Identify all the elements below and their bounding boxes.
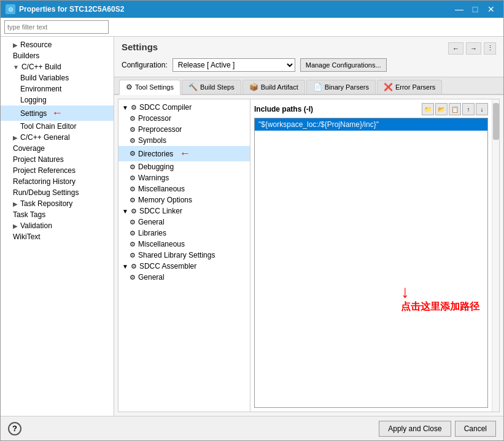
nav-back-button[interactable]: ← — [448, 42, 463, 55]
tree-item-processor[interactable]: ⚙ Processor — [118, 113, 250, 124]
tree-item-miscellaneous[interactable]: ⚙ Miscellaneous — [118, 183, 250, 194]
sidebar-item-label: Task Repository — [20, 199, 72, 208]
help-button[interactable]: ? — [8, 422, 21, 435]
nav-forward-button[interactable]: → — [466, 42, 481, 55]
maximize-button[interactable]: □ — [468, 3, 483, 15]
add-path-button[interactable]: 📁 — [422, 103, 434, 115]
tab-build-steps[interactable]: 🔨 Build Steps — [182, 80, 241, 94]
gear-icon: ⚙ — [131, 207, 137, 215]
sidebar-item-label: Coverage — [13, 144, 45, 153]
help-icon: ? — [12, 424, 17, 433]
sidebar-item-logging[interactable]: Logging — [1, 94, 114, 105]
tree-item-preprocessor[interactable]: ⚙ Preprocessor — [118, 124, 250, 135]
sidebar-item-wikitext[interactable]: WikiText — [1, 231, 114, 242]
move-down-button[interactable]: ↓ — [476, 103, 488, 115]
sidebar-item-validation[interactable]: ▶ Validation — [1, 220, 114, 231]
tree-item-debugging[interactable]: ⚙ Debugging — [118, 161, 250, 172]
expand-icon: ▶ — [13, 134, 18, 141]
tree-item-directories[interactable]: ⚙ Directories ← — [118, 146, 250, 161]
filter-bar — [1, 18, 503, 37]
sidebar-item-builders[interactable]: Builders — [1, 50, 114, 61]
include-title: Include paths (-I) — [254, 105, 313, 113]
sidebar-item-settings[interactable]: Settings ← — [1, 105, 114, 121]
add-workspace-button[interactable]: 📂 — [435, 103, 448, 115]
scrollbar[interactable] — [492, 99, 499, 412]
tab-error-parsers[interactable]: ❌ Error Parsers — [377, 80, 442, 94]
sidebar-item-refactoring-history[interactable]: Refactoring History — [1, 176, 114, 187]
sidebar-item-build-variables[interactable]: Build Variables — [1, 72, 114, 83]
title-bar-controls: — □ ✕ — [452, 3, 498, 15]
tree-item-libraries[interactable]: ⚙ Libraries — [118, 228, 250, 239]
tree-item-warnings[interactable]: ⚙ Warnings — [118, 172, 250, 183]
expand-icon: ▼ — [122, 263, 128, 270]
sidebar-item-tool-chain-editor[interactable]: Tool Chain Editor — [1, 121, 114, 132]
main-window: ⚙ Properties for STC12C5A60S2 — □ ✕ ▶ Re… — [0, 0, 504, 441]
tree-item-sdcc-compiler[interactable]: ▼ ⚙ SDCC Compiler — [118, 102, 250, 113]
sidebar-item-cpp-build[interactable]: ▼ C/C++ Build — [1, 61, 114, 72]
expand-icon: ▶ — [13, 42, 18, 48]
down-icon: ↓ — [481, 106, 484, 113]
sidebar-item-project-natures[interactable]: Project Natures — [1, 154, 114, 165]
sidebar-item-resource[interactable]: ▶ Resource — [1, 39, 114, 50]
expand-icon: ▼ — [13, 64, 19, 71]
tree-item-sdcc-assembler[interactable]: ▼ ⚙ SDCC Assembler — [118, 261, 250, 272]
expand-icon: ▶ — [13, 201, 18, 207]
tool-icon: ⚙ — [130, 274, 136, 282]
expand-icon: ▼ — [122, 208, 128, 215]
arrow-annotation: ← — [52, 107, 63, 120]
tool-icon: ⚙ — [130, 185, 136, 193]
tree-item-sdcc-linker[interactable]: ▼ ⚙ SDCC Linker — [118, 205, 250, 217]
settings-title: Settings — [122, 42, 158, 52]
scrollbar-thumb[interactable] — [493, 103, 499, 140]
main-area: ▶ Resource Builders ▼ C/C++ Build Build … — [1, 37, 503, 416]
close-button[interactable]: ✕ — [484, 3, 498, 15]
sidebar-item-task-tags[interactable]: Task Tags — [1, 209, 114, 220]
tree-item-label: Directories — [138, 150, 173, 158]
tab-label: Build Artifact — [261, 83, 298, 91]
sidebar-item-label: C/C++ Build — [21, 63, 61, 71]
include-list[interactable]: "${workspace_loc:/${ProjName}/inc}" — [254, 118, 488, 408]
tree-item-label: Debugging — [138, 163, 174, 171]
expand-icon: ▶ — [13, 223, 18, 229]
tree-item-label: Shared Library Settings — [138, 251, 215, 259]
tree-item-asm-general[interactable]: ⚙ General — [118, 272, 250, 283]
tree-item-memory-options[interactable]: ⚙ Memory Options — [118, 194, 250, 205]
config-select[interactable]: Release [ Active ] — [173, 58, 295, 72]
manage-configurations-button[interactable]: Manage Configurations... — [300, 58, 387, 72]
sidebar-item-label: Refactoring History — [13, 177, 76, 186]
right-panel: Settings ← → ⋮ Configuration: Release [ … — [114, 37, 503, 416]
minimize-button[interactable]: — — [452, 3, 467, 15]
tool-icon: ⚙ — [130, 218, 136, 226]
tab-tool-settings[interactable]: ⚙ Tool Settings — [119, 80, 180, 95]
move-up-button[interactable]: ↑ — [462, 103, 475, 115]
tab-build-artifact[interactable]: 📦 Build Artifact — [242, 80, 305, 94]
tree-item-linker-general[interactable]: ⚙ General — [118, 217, 250, 228]
tool-icon: ⚙ — [130, 251, 136, 259]
sidebar-item-coverage[interactable]: Coverage — [1, 143, 114, 154]
apply-close-button[interactable]: Apply and Close — [379, 421, 451, 437]
tree-item-label: General — [138, 273, 165, 282]
up-icon: ↑ — [467, 106, 470, 113]
sidebar-item-run-debug[interactable]: Run/Debug Settings — [1, 187, 114, 198]
sidebar-item-project-references[interactable]: Project References — [1, 165, 114, 176]
sidebar-item-cpp-general[interactable]: ▶ C/C++ General — [1, 132, 114, 143]
tree-item-shared-lib[interactable]: ⚙ Shared Library Settings — [118, 250, 250, 261]
sidebar-item-environment[interactable]: Environment — [1, 83, 114, 94]
sidebar-item-task-repository[interactable]: ▶ Task Repository — [1, 198, 114, 209]
tool-icon: ⚙ — [130, 163, 136, 171]
cancel-button[interactable]: Cancel — [455, 421, 496, 437]
settings-menu-button[interactable]: ⋮ — [484, 42, 496, 55]
footer-left: ? — [8, 422, 21, 435]
sidebar-item-label: Builders — [13, 52, 39, 60]
sidebar-item-label: Project References — [13, 166, 76, 175]
binary-parsers-icon: 📄 — [313, 83, 322, 91]
tool-settings-icon: ⚙ — [126, 83, 133, 91]
sidebar-item-label: Validation — [20, 221, 52, 230]
include-item[interactable]: "${workspace_loc:/${ProjName}/inc}" — [255, 118, 487, 131]
copy-button[interactable]: 📋 — [449, 103, 461, 115]
tab-binary-parsers[interactable]: 📄 Binary Parsers — [306, 80, 376, 94]
tree-item-linker-misc[interactable]: ⚙ Miscellaneous — [118, 239, 250, 250]
tree-item-symbols[interactable]: ⚙ Symbols — [118, 135, 250, 146]
annotation-text: 点击这里添加路径 — [401, 301, 479, 313]
filter-input[interactable] — [4, 20, 109, 34]
